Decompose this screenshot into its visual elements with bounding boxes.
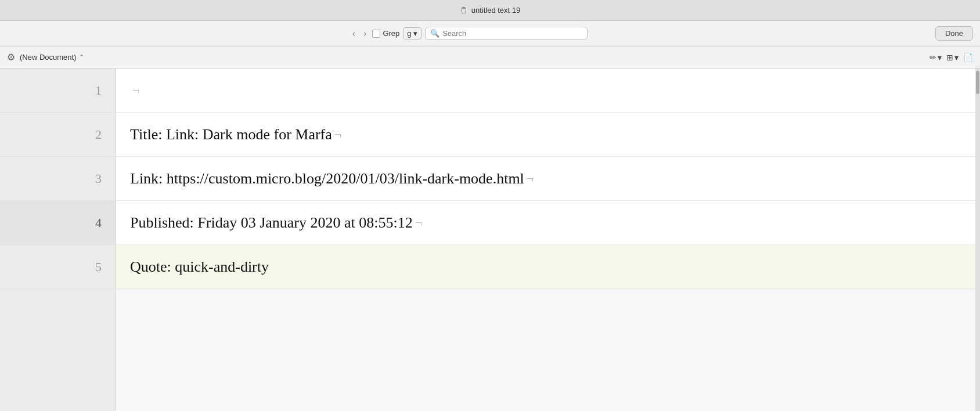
search-wrap: 🔍 [425,27,588,40]
pen-chevron: ▾ [938,53,942,62]
toolbar: ‹ › Grep g ▾ 🔍 Done [0,21,980,46]
line-text-5: Quote: quick-and-dirty [130,258,269,276]
toolbar-left: ‹ › Grep g ▾ 🔍 [7,27,931,40]
document-icon: 🗒 [460,6,468,15]
line-text-2: Title: Link: Dark mode for Marfa [130,126,332,143]
scrollbar[interactable] [975,68,980,411]
line-text-4: Published: Friday 03 January 2020 at 08:… [130,214,413,232]
content-row-4[interactable]: Published: Friday 03 January 2020 at 08:… [116,201,980,245]
g-dropdown-button[interactable]: g ▾ [403,27,421,39]
grep-checkbox[interactable] [372,30,380,38]
line-number-4: 4 [0,201,116,245]
scrollbar-thumb [976,71,979,94]
doc-selector-label: (New Document) [20,53,77,62]
search-input[interactable] [442,29,570,38]
line-number-5: 5 [0,245,116,289]
line-number-1: 1 [0,68,116,113]
pilcrow-3: ¬ [527,171,534,186]
grep-checkbox-wrap: Grep [372,29,399,38]
nav-back-button[interactable]: ‹ [350,28,358,39]
done-button[interactable]: Done [935,26,973,41]
window-title: untitled text 19 [471,6,521,15]
content-row-1[interactable]: ¬ [116,68,980,113]
pilcrow-4: ¬ [415,215,422,230]
line-numbers: 12345 [0,68,116,411]
pilcrow-1: ¬ [132,83,139,98]
file-button[interactable]: 📄 [963,53,973,62]
pen-button[interactable]: ✏ ▾ [929,53,942,62]
pen-icon: ✏ [929,53,936,62]
settings-bar: ⚙ (New Document) ⌃ ✏ ▾ ⊞ ▾ 📄 [0,46,980,68]
nav-forward-button[interactable]: › [361,28,369,39]
line-number-2: 2 [0,113,116,157]
doc-selector-chevron: ⌃ [79,53,84,61]
grep-label: Grep [383,29,399,38]
search-icon: 🔍 [430,29,439,38]
gear-button[interactable]: ⚙ [7,52,15,63]
settings-right: ✏ ▾ ⊞ ▾ 📄 [929,53,973,62]
pilcrow-2: ¬ [334,127,341,142]
line-text-3: Link: https://custom.micro.blog/2020/01/… [130,170,524,188]
content-row-2[interactable]: Title: Link: Dark mode for Marfa¬ [116,113,980,157]
layers-button[interactable]: ⊞ ▾ [946,53,959,62]
line-number-3: 3 [0,157,116,201]
layers-chevron: ▾ [954,53,959,62]
file-icon: 📄 [963,53,973,62]
editor-area: 12345 ¬Title: Link: Dark mode for Marfa¬… [0,68,980,411]
toolbar-right: Done [935,26,973,41]
title-bar: 🗒 untitled text 19 [0,0,980,21]
content-row-5[interactable]: Quote: quick-and-dirty [116,245,980,289]
content-area[interactable]: ¬Title: Link: Dark mode for Marfa¬Link: … [116,68,980,411]
layers-icon: ⊞ [946,53,953,62]
content-row-3[interactable]: Link: https://custom.micro.blog/2020/01/… [116,157,980,201]
doc-selector[interactable]: (New Document) ⌃ [20,53,84,62]
title-bar-title: 🗒 untitled text 19 [460,6,521,15]
